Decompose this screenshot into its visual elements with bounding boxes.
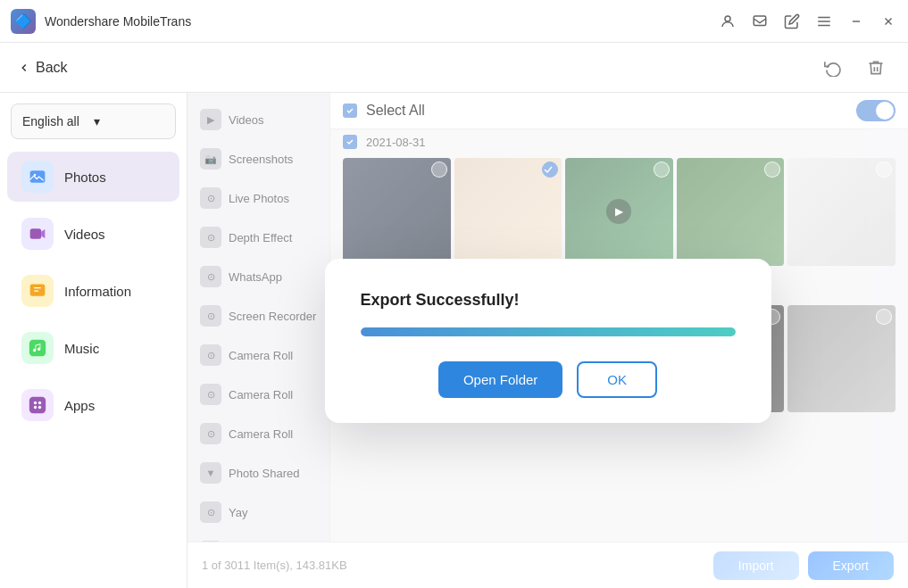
profile-icon[interactable]: [719, 12, 737, 30]
top-bar: Back: [0, 43, 908, 93]
trash-icon[interactable]: [862, 54, 890, 82]
sidebar-item-photos[interactable]: Photos: [7, 152, 179, 202]
apps-label: Apps: [64, 398, 95, 413]
svg-rect-13: [29, 397, 46, 413]
sidebar-item-information[interactable]: Information: [7, 266, 179, 316]
videos-icon: [21, 218, 54, 250]
content-area: English all ▾ Photos Videos Informat: [0, 93, 908, 588]
videos-label: Videos: [64, 227, 105, 242]
title-bar: 🔷 Wondershare MobileTrans: [0, 0, 908, 43]
language-dropdown[interactable]: English all ▾: [11, 104, 176, 139]
chevron-down-icon: ▾: [94, 114, 165, 128]
message-icon[interactable]: [751, 12, 769, 30]
back-button[interactable]: Back: [18, 60, 68, 76]
dialog-title: Export Successfully!: [361, 291, 520, 310]
photos-icon: [21, 161, 54, 193]
svg-rect-11: [30, 285, 46, 296]
open-folder-button[interactable]: Open Folder: [438, 361, 562, 398]
sidebar: English all ▾ Photos Videos Informat: [0, 93, 187, 588]
photos-label: Photos: [64, 170, 106, 185]
svg-point-0: [725, 16, 730, 21]
back-label: Back: [36, 60, 68, 76]
music-icon: [21, 332, 54, 364]
main-panel: ▶ Videos 📷 Screenshots ⊙ Live Photos ⊙ D…: [187, 93, 908, 588]
music-label: Music: [64, 341, 99, 356]
apps-icon: [21, 389, 54, 421]
ok-button[interactable]: OK: [577, 361, 657, 398]
svg-point-15: [38, 402, 41, 404]
svg-rect-12: [29, 340, 46, 356]
dialog-buttons: Open Folder OK: [438, 361, 657, 398]
edit-icon[interactable]: [783, 12, 801, 30]
main-container: Back English all ▾ Photos: [0, 43, 908, 588]
app-logo: 🔷: [11, 9, 36, 34]
progress-bar-container: [361, 327, 736, 336]
sidebar-item-apps[interactable]: Apps: [7, 380, 179, 430]
app-title: Wondershare MobileTrans: [45, 14, 719, 29]
information-label: Information: [64, 284, 131, 299]
svg-point-17: [38, 406, 41, 409]
progress-bar-fill: [361, 327, 736, 336]
top-bar-actions: [819, 54, 890, 82]
dropdown-value: English all: [22, 114, 94, 128]
export-success-dialog: Export Successfully! Open Folder OK: [325, 259, 771, 423]
dialog-overlay: Export Successfully! Open Folder OK: [187, 93, 908, 588]
refresh-icon[interactable]: [819, 54, 847, 82]
svg-rect-10: [30, 228, 42, 239]
menu-icon[interactable]: [815, 12, 833, 30]
svg-point-16: [34, 406, 37, 409]
close-button[interactable]: [879, 12, 897, 30]
information-icon: [21, 275, 54, 307]
svg-point-14: [34, 402, 37, 404]
minimize-button[interactable]: [847, 12, 865, 30]
title-bar-actions: [719, 12, 897, 30]
sidebar-item-videos[interactable]: Videos: [7, 209, 179, 259]
sidebar-item-music[interactable]: Music: [7, 323, 179, 373]
